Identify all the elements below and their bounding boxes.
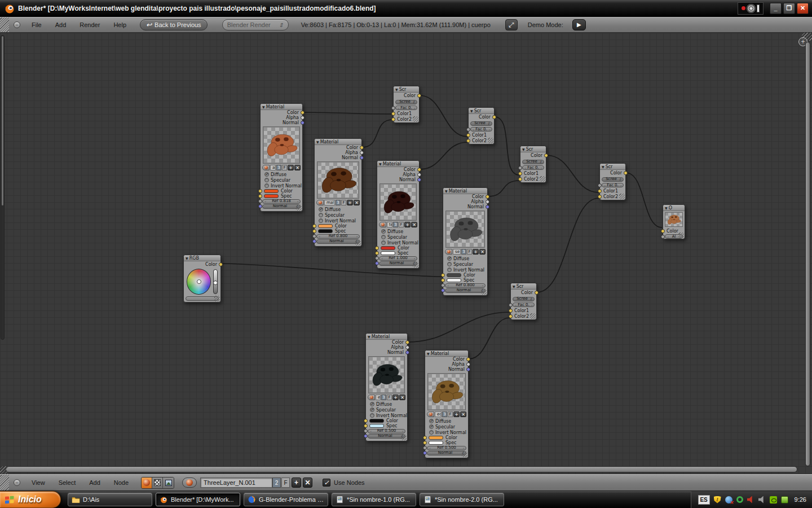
node-collapse-icon[interactable]: ▼ [522, 147, 525, 151]
sync-status-icon[interactable] [736, 496, 743, 503]
add-material-button[interactable]: + [473, 249, 479, 255]
node-resize-grip[interactable] [530, 313, 536, 319]
color-output-socket[interactable] [301, 111, 304, 115]
node-header[interactable]: ▼Scr [394, 86, 419, 93]
spec-input-socket[interactable] [423, 441, 427, 445]
material-name-field[interactable]: ec [376, 395, 381, 400]
checkbox-icon[interactable]: ✓ [370, 408, 374, 412]
toggle-diffuse[interactable]: ✓Diffuse [377, 229, 419, 234]
material-datablock-icon[interactable] [379, 222, 386, 227]
mix-screen-node[interactable]: ▼ScrColorScree⇕‹Fac 0.›Color1Color2 [468, 107, 495, 144]
checkbox-icon[interactable] [381, 235, 386, 239]
spec-swatch[interactable] [429, 441, 443, 445]
value-slider[interactable] [213, 269, 218, 294]
menu-view[interactable]: View [25, 479, 52, 486]
fake-user-button[interactable]: F [341, 200, 346, 205]
node-resize-grip[interactable] [355, 240, 361, 246]
material-name-field[interactable]: mal [324, 200, 335, 205]
material-datablock-icon[interactable] [445, 249, 452, 255]
color-output-socket[interactable] [492, 115, 496, 119]
checkbox-icon[interactable]: ✓ [319, 207, 323, 212]
node-resize-grip[interactable] [214, 296, 220, 301]
menu-select[interactable]: Select [52, 479, 83, 486]
nvidia-settings-icon[interactable] [770, 496, 777, 503]
node-resize-grip[interactable] [462, 452, 467, 457]
minimize-button[interactable]: _ [770, 3, 782, 14]
value-slider-knob[interactable] [213, 281, 218, 285]
normal-input-socket[interactable] [441, 288, 445, 292]
alpha-output-socket[interactable] [405, 345, 409, 349]
blend-dropdown-widget[interactable]: Scree⇕ [470, 121, 492, 126]
alpha-output-socket[interactable] [486, 200, 489, 204]
security-shield-icon[interactable]: ! [714, 496, 721, 503]
menu-add-node[interactable]: Add [82, 479, 107, 486]
spec-swatch[interactable] [369, 424, 384, 428]
toggle-specular[interactable]: ✓Specular [366, 407, 407, 413]
node-header[interactable]: ▼RGB [184, 255, 220, 261]
spec-input-socket[interactable] [375, 251, 379, 255]
checkbox-icon[interactable] [319, 213, 323, 217]
color-output-socket[interactable] [219, 262, 223, 266]
menu-file[interactable]: File [25, 21, 48, 28]
mix-screen-node[interactable]: ▼ScrColorScree⇕‹Fac 0.›Color1Color2 [393, 86, 420, 123]
ref-slider-widget[interactable]: ‹Ref 1.000› [379, 256, 417, 261]
header-collapse-icon[interactable]: − [14, 21, 20, 28]
color-swatch[interactable] [369, 419, 384, 423]
color-output-socket[interactable] [624, 171, 628, 175]
ref-slider-widget[interactable]: ‹Ref 0.500› [368, 429, 405, 433]
ref-slider-widget[interactable]: ‹Ref 0.500› [427, 446, 466, 450]
node-resize-grip[interactable] [401, 435, 407, 440]
menu-render[interactable]: Render [73, 21, 107, 28]
color-input-socket[interactable] [441, 273, 445, 277]
toggle-diffuse[interactable]: ✓Diffuse [315, 207, 361, 212]
taskbar-item-image1[interactable]: *Sin nombre-1.0 (RG... [332, 493, 416, 506]
normal-input-socket[interactable] [364, 434, 368, 438]
spec-swatch[interactable] [447, 278, 461, 282]
toggle-specular[interactable]: Specular [377, 234, 419, 240]
menu-add[interactable]: Add [48, 21, 73, 28]
toggle-invert-normal[interactable]: Invert Normal [443, 267, 487, 273]
fake-user-button[interactable]: F [282, 165, 287, 170]
material-datablock-icon[interactable] [262, 165, 270, 170]
shader-nodes-button[interactable] [142, 478, 152, 488]
alpha-output-socket[interactable] [301, 116, 304, 120]
users-count[interactable]: 2 [272, 478, 281, 488]
mix-screen-node[interactable]: ▼ScrColorScree⇕‹Fac 0.›Color1Color2 [520, 146, 546, 183]
audio-device-icon[interactable] [758, 496, 766, 503]
material-name-field[interactable]: ec [435, 411, 442, 417]
ref-input-socket[interactable] [441, 283, 445, 287]
spec-swatch[interactable] [381, 251, 395, 255]
checkbox-icon[interactable] [447, 268, 452, 272]
node-collapse-icon[interactable]: ▼ [665, 206, 668, 210]
volume-muted-icon[interactable] [747, 496, 754, 503]
ref-slider-widget[interactable]: ‹Ref 0.800› [445, 283, 486, 288]
node-resize-grip[interactable] [488, 138, 493, 143]
spec-input-socket[interactable] [364, 424, 368, 428]
output-node[interactable]: ▼OColor‹Al› [663, 204, 685, 239]
node-resize-grip[interactable] [540, 176, 545, 182]
checkbox-icon[interactable] [370, 413, 374, 418]
texture-nodes-button[interactable] [152, 478, 163, 488]
normal-input-socket[interactable] [423, 451, 427, 455]
color-input-socket[interactable] [661, 229, 665, 233]
blend-dropdown-widget[interactable]: Scree⇕ [522, 160, 544, 164]
fac-input-socket[interactable] [391, 106, 395, 110]
node-header[interactable]: ▼Material [377, 161, 419, 167]
toggle-diffuse[interactable]: ✓Diffuse [425, 418, 468, 424]
material-datablock-icon[interactable] [368, 395, 375, 400]
ref-slider-widget[interactable]: ‹Ref 0.800› [316, 234, 360, 239]
checkbox-icon[interactable]: ✓ [429, 419, 434, 423]
node-collapse-icon[interactable]: ▼ [379, 162, 382, 166]
mix-screen-node[interactable]: ▼ScrColorScree⇕‹Fac 0.›Color1Color2 [510, 283, 537, 320]
node-collapse-icon[interactable]: ▼ [186, 256, 188, 260]
material-users-count[interactable]: 3 [381, 395, 386, 400]
node-tree-name-field[interactable]: ThreeLayer_N.001 [200, 478, 272, 488]
material-datablock-icon[interactable] [316, 200, 324, 205]
node-collapse-icon[interactable]: ▼ [262, 105, 265, 109]
color-wheel[interactable] [187, 269, 211, 295]
spec-input-socket[interactable] [312, 229, 316, 233]
node-header[interactable]: ▼Scr [511, 283, 536, 290]
spec-input-socket[interactable] [258, 194, 262, 198]
node-collapse-icon[interactable]: ▼ [470, 109, 473, 113]
corner-resize-grip-2[interactable] [0, 466, 8, 474]
